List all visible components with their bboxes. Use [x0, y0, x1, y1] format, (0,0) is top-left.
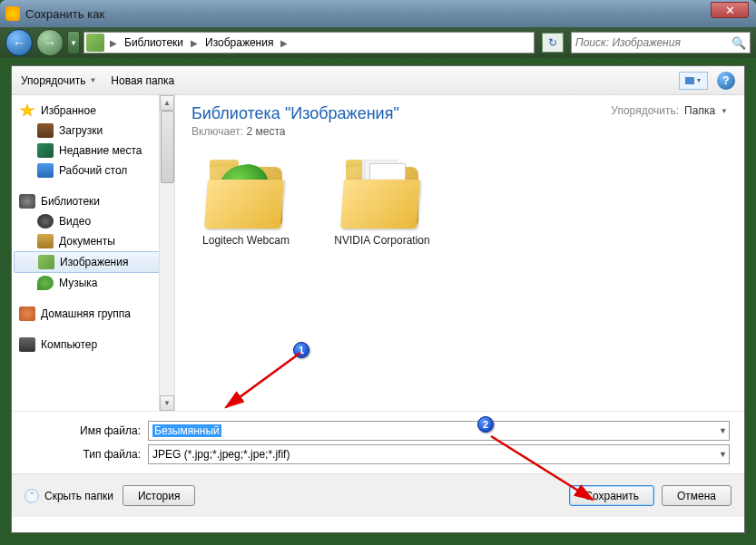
sidebar-item-label: Видео [59, 215, 91, 228]
content-pane: Библиотека "Изображения" Включает: 2 мес… [175, 95, 744, 411]
close-button[interactable]: ✕ [711, 2, 749, 18]
filename-input[interactable]: Безымянный ▼ [148, 421, 730, 441]
chevron-down-icon: ▼ [696, 77, 702, 83]
sidebar-item-images[interactable]: Изображения [14, 251, 172, 273]
location-icon [86, 34, 104, 52]
sidebar: Избранное Загрузки Недавние места Рабочи… [12, 95, 175, 411]
includes-count[interactable]: 2 места [247, 125, 286, 138]
save-button[interactable]: Сохранить [569, 485, 654, 506]
sidebar-item-label: Документы [59, 235, 115, 248]
sidebar-favorites-head[interactable]: Избранное [12, 101, 174, 121]
newfolder-label: Новая папка [111, 74, 174, 87]
sidebar-scrollbar[interactable]: ▲ ▼ [159, 95, 174, 411]
folder-icon [206, 160, 286, 229]
homegroup-icon [19, 307, 35, 321]
window-title: Сохранить как [25, 7, 104, 21]
breadcrumb-item[interactable]: Библиотеки [121, 36, 187, 49]
history-label: История [138, 490, 181, 502]
svg-line-0 [226, 353, 300, 407]
hide-folders-label: Скрыть папки [44, 490, 113, 502]
filename-value: Безымянный [152, 424, 221, 437]
sidebar-head-label: Избранное [41, 104, 96, 117]
nav-history-drop[interactable]: ▼ [67, 31, 80, 54]
bottom-bar: ˄ Скрыть папки История Сохранить Отмена [12, 473, 744, 517]
back-button[interactable]: ← [5, 29, 33, 56]
new-folder-button[interactable]: Новая папка [111, 74, 174, 87]
sidebar-libraries-head[interactable]: Библиотеки [12, 191, 174, 211]
folder-label: Logitech Webcam [191, 234, 300, 248]
chevron-right-icon[interactable]: ▶ [106, 38, 121, 48]
annotation-arrow-1 [217, 347, 308, 420]
sidebar-item-recent[interactable]: Недавние места [12, 141, 174, 161]
sidebar-item-label: Музыка [59, 277, 97, 289]
sidebar-head-label: Домашняя группа [41, 307, 131, 320]
titlebar: Сохранить как ✕ [0, 0, 756, 27]
folder-item[interactable]: Logitech Webcam [191, 160, 300, 248]
chevron-right-icon[interactable]: ▶ [277, 38, 291, 48]
view-mode-button[interactable]: ▼ [679, 72, 708, 90]
folder-icon [342, 160, 422, 229]
filename-label: Имя файла: [12, 424, 148, 437]
video-icon [37, 214, 54, 229]
search-input[interactable] [575, 36, 731, 49]
sidebar-item-documents[interactable]: Документы [12, 231, 174, 251]
cancel-button[interactable]: Отмена [662, 485, 731, 506]
main-area: Избранное Загрузки Недавние места Рабочи… [12, 95, 744, 411]
toolbar: Упорядочить ▼ Новая папка ▼ ? [12, 66, 744, 95]
folder-item[interactable]: NVIDIA Corporation [328, 160, 437, 248]
recent-icon [37, 143, 54, 158]
folder-label: NVIDIA Corporation [328, 234, 437, 248]
search-box[interactable]: 🔍 [571, 32, 751, 54]
organize-menu[interactable]: Упорядочить ▼ [21, 74, 96, 87]
save-label: Сохранить [584, 490, 639, 502]
sidebar-item-desktop[interactable]: Рабочий стол [12, 161, 174, 180]
help-button[interactable]: ? [717, 72, 735, 90]
sidebar-item-downloads[interactable]: Загрузки [12, 121, 174, 141]
documents-icon [37, 234, 54, 248]
refresh-button[interactable]: ↻ [542, 33, 564, 53]
filetype-label: Тип файла: [12, 448, 148, 461]
sidebar-computer[interactable]: Компьютер [12, 335, 174, 355]
organize-label: Упорядочить [21, 74, 85, 87]
computer-icon [19, 337, 35, 352]
breadcrumb[interactable]: ▶ Библиотеки ▶ Изображения ▶ [83, 32, 535, 54]
search-icon[interactable]: 🔍 [731, 36, 746, 50]
forward-button[interactable]: → [36, 29, 64, 56]
filetype-select[interactable]: JPEG (*.jpg;*.jpeg;*.jpe;*.jfif) ▼ [148, 444, 730, 464]
filetype-value: JPEG (*.jpg;*.jpeg;*.jpe;*.jfif) [152, 448, 290, 461]
field-rows: Имя файла: Безымянный ▼ Тип файла: JPEG … [12, 411, 744, 473]
badge-1: 1 [293, 342, 309, 358]
scroll-down-button[interactable]: ▼ [160, 395, 174, 411]
sidebar-item-label: Рабочий стол [59, 164, 127, 177]
folder-list: Logitech Webcam NVIDIA Corporation [191, 160, 728, 248]
app-icon [5, 6, 20, 21]
arrange-value: Папка [684, 104, 715, 117]
sidebar-item-label: Изображения [60, 256, 128, 268]
scroll-thumb[interactable] [161, 111, 174, 183]
chevron-down-icon[interactable]: ▼ [719, 450, 727, 459]
dialog-body: Упорядочить ▼ Новая папка ▼ ? Избранное … [11, 65, 745, 533]
cancel-label: Отмена [677, 490, 716, 502]
history-button[interactable]: История [123, 485, 196, 506]
images-icon [38, 255, 54, 269]
desktop-icon [37, 163, 54, 178]
sidebar-item-video[interactable]: Видео [12, 211, 174, 231]
music-icon [37, 276, 54, 290]
arrange-control[interactable]: Упорядочить: Папка ▼ [611, 104, 728, 117]
hide-folders-button[interactable]: ˄ Скрыть папки [25, 489, 113, 503]
sidebar-item-label: Недавние места [59, 144, 142, 157]
chevron-right-icon[interactable]: ▶ [187, 38, 201, 48]
sidebar-homegroup[interactable]: Домашняя группа [12, 304, 174, 324]
includes-label: Включает: [191, 125, 243, 138]
chevron-down-icon[interactable]: ▼ [719, 426, 727, 435]
breadcrumb-item[interactable]: Изображения [201, 36, 277, 49]
sidebar-item-music[interactable]: Музыка [12, 273, 174, 293]
libraries-icon [19, 194, 35, 209]
chevron-down-icon: ▼ [89, 76, 96, 84]
scroll-up-button[interactable]: ▲ [160, 95, 174, 111]
sidebar-head-label: Библиотеки [41, 195, 100, 208]
library-subtitle: Включает: 2 места [191, 125, 399, 138]
view-icon [685, 77, 694, 84]
navbar: ← → ▼ ▶ Библиотеки ▶ Изображения ▶ ↻ 🔍 [0, 27, 756, 58]
chevron-up-icon: ˄ [25, 489, 39, 503]
